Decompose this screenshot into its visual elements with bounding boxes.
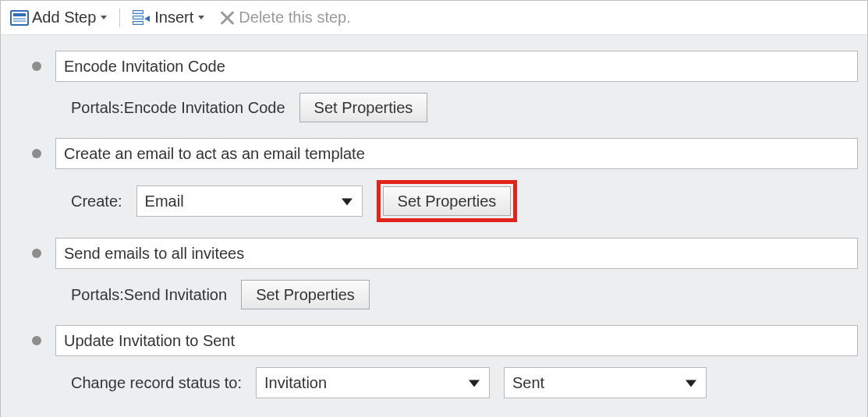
- workflow-editor: Add Step Insert Delete this step. Portal…: [0, 0, 868, 417]
- toolbar-separator: [119, 9, 120, 27]
- bullet-icon: [32, 249, 41, 258]
- bullet-icon: [32, 62, 41, 71]
- step-title-input[interactable]: [55, 51, 858, 82]
- step-detail: Portals:Send Invitation Set Properties: [10, 269, 858, 320]
- chevron-down-icon: [469, 380, 480, 387]
- set-properties-button[interactable]: Set Properties: [383, 186, 512, 216]
- status-value-select[interactable]: Sent: [504, 367, 707, 398]
- select-value: Email: [145, 193, 184, 210]
- delete-label: Delete this step.: [239, 9, 350, 27]
- bullet-icon: [32, 336, 41, 345]
- step-header: [10, 238, 858, 269]
- add-step-button[interactable]: Add Step: [5, 7, 112, 28]
- toolbar: Add Step Insert Delete this step.: [1, 1, 867, 35]
- set-properties-button[interactable]: Set Properties: [299, 93, 428, 122]
- add-step-label: Add Step: [32, 9, 96, 27]
- chevron-down-icon: [686, 380, 696, 387]
- step-title-input[interactable]: [55, 325, 858, 356]
- status-entity-select[interactable]: Invitation: [256, 367, 490, 398]
- step-detail: Portals:Encode Invitation Code Set Prope…: [10, 82, 858, 133]
- delete-x-icon: [218, 9, 236, 27]
- workflow-step: Create: Email Set Properties: [10, 138, 858, 233]
- action-label: Portals:Send Invitation: [71, 286, 227, 304]
- chevron-down-icon: [342, 198, 353, 205]
- change-status-label: Change record status to:: [71, 374, 242, 392]
- select-value: Sent: [512, 374, 544, 392]
- action-label: Portals:Encode Invitation Code: [71, 99, 285, 117]
- dropdown-arrow-icon: [198, 16, 204, 19]
- step-detail: Change record status to: Invitation Sent: [10, 356, 858, 409]
- workflow-step-icon: [10, 10, 29, 26]
- step-header: [10, 138, 858, 169]
- highlight-box: Set Properties: [377, 180, 518, 222]
- step-title-input[interactable]: [55, 238, 858, 269]
- workflow-step: Portals:Send Invitation Set Properties: [10, 238, 858, 320]
- insert-button[interactable]: Insert: [128, 7, 209, 28]
- step-header: [10, 51, 858, 82]
- delete-step-button: Delete this step.: [214, 7, 355, 28]
- set-properties-button[interactable]: Set Properties: [241, 280, 370, 309]
- create-entity-select[interactable]: Email: [136, 186, 363, 217]
- step-header: [10, 325, 858, 356]
- create-label: Create:: [71, 193, 122, 210]
- workflow-step: Change record status to: Invitation Sent: [10, 325, 858, 409]
- steps-container: Portals:Encode Invitation Code Set Prope…: [1, 35, 867, 417]
- dropdown-arrow-icon: [101, 16, 107, 19]
- insert-row-icon: [133, 10, 151, 26]
- insert-label: Insert: [154, 9, 193, 27]
- select-value: Invitation: [264, 374, 327, 392]
- step-title-input[interactable]: [55, 138, 858, 169]
- bullet-icon: [32, 149, 41, 158]
- step-detail: Create: Email Set Properties: [10, 169, 858, 233]
- workflow-step: Portals:Encode Invitation Code Set Prope…: [10, 51, 858, 133]
